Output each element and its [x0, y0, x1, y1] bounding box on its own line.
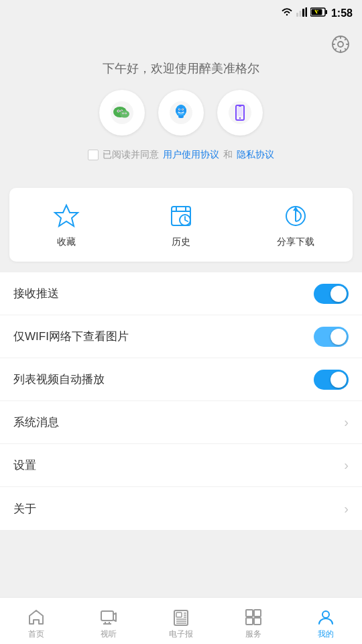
wifi-only-label: 仅WIFI网络下查看图片: [13, 329, 129, 344]
phone-login-button[interactable]: [217, 90, 263, 136]
agreement-row: 已阅读并同意 用户使用协议 和 隐私协议: [13, 149, 349, 161]
nav-profile-label: 我的: [318, 629, 334, 640]
auto-play-toggle[interactable]: [314, 370, 349, 390]
auto-play-label: 列表视频自动播放: [13, 372, 105, 387]
privacy-agreement-link[interactable]: 隐私协议: [237, 149, 274, 161]
push-notification-toggle[interactable]: [314, 284, 349, 304]
wechat-login-button[interactable]: [99, 90, 145, 136]
bottom-nav: 首页 视听 电子报: [0, 597, 362, 644]
share-download-button[interactable]: 分享下载: [238, 201, 353, 248]
svg-point-28: [179, 109, 180, 109]
svg-rect-59: [246, 610, 253, 616]
svg-rect-61: [246, 618, 253, 625]
nav-home-label: 首页: [28, 629, 44, 640]
svg-point-9: [338, 42, 343, 47]
nav-profile[interactable]: 我的: [290, 602, 362, 640]
battery-icon: [310, 7, 328, 19]
wifi-icon: [281, 7, 293, 19]
svg-rect-1: [299, 11, 301, 17]
about-item[interactable]: 关于 ›: [0, 487, 362, 530]
nav-services-label: 服务: [245, 629, 261, 640]
auto-play-toggle-container: [314, 370, 349, 390]
history-label: 历史: [172, 236, 190, 248]
svg-rect-62: [254, 618, 261, 625]
about-chevron: ›: [344, 501, 349, 517]
qq-login-button[interactable]: [158, 90, 204, 136]
auto-play-item[interactable]: 列表视频自动播放: [0, 358, 362, 401]
about-label: 关于: [13, 501, 36, 517]
svg-point-15: [118, 111, 119, 112]
user-agreement-link[interactable]: 用户使用协议: [163, 149, 219, 161]
welcome-text: 下午好，欢迎使用醉美准格尔: [13, 60, 349, 76]
push-notification-toggle-container: [314, 284, 349, 304]
nav-newspaper-label: 电子报: [169, 629, 193, 640]
wifi-only-toggle[interactable]: [314, 327, 349, 347]
svg-point-37: [239, 117, 241, 119]
share-download-label: 分享下载: [277, 236, 314, 248]
login-icons: [13, 90, 349, 136]
svg-point-21: [125, 113, 126, 113]
svg-point-17: [120, 111, 129, 118]
svg-rect-33: [179, 115, 183, 117]
svg-rect-47: [101, 611, 113, 621]
svg-point-29: [182, 109, 183, 109]
svg-rect-60: [254, 610, 261, 616]
svg-point-30: [176, 109, 178, 113]
svg-point-20: [123, 113, 123, 113]
nav-video-label: 视听: [101, 629, 117, 640]
push-notification-label: 接收推送: [13, 286, 59, 301]
nav-newspaper[interactable]: 电子报: [145, 602, 217, 640]
quick-actions-card: 收藏 历史 分享下载: [9, 188, 353, 262]
svg-rect-52: [176, 612, 182, 617]
svg-rect-36: [237, 107, 243, 116]
nav-services[interactable]: 服务: [217, 602, 290, 640]
settings-chevron: ›: [344, 458, 349, 473]
favorites-label: 收藏: [57, 236, 76, 248]
header-section: 下午好，欢迎使用醉美准格尔: [0, 27, 362, 177]
signal-icon: [296, 7, 307, 19]
svg-rect-3: [305, 7, 307, 17]
agreement-text: 已阅读并同意: [103, 149, 159, 161]
system-messages-label: 系统消息: [13, 415, 59, 430]
agreement-checkbox[interactable]: [88, 150, 99, 160]
svg-point-31: [184, 109, 186, 113]
svg-rect-0: [296, 13, 298, 17]
push-notification-item[interactable]: 接收推送: [0, 272, 362, 315]
nav-home[interactable]: 首页: [0, 602, 72, 640]
wifi-only-item[interactable]: 仅WIFI网络下查看图片: [0, 315, 362, 358]
svg-rect-5: [325, 10, 327, 14]
favorites-button[interactable]: 收藏: [9, 201, 124, 248]
nav-video[interactable]: 视听: [72, 602, 145, 640]
settings-item[interactable]: 设置 ›: [0, 444, 362, 487]
svg-rect-38: [239, 106, 241, 107]
agreement-and: 和: [223, 149, 233, 161]
wifi-only-toggle-container: [314, 327, 349, 347]
settings-list: 接收推送 仅WIFI网络下查看图片 列表视频自动播放 系统消息 ›: [0, 272, 362, 530]
system-messages-chevron: ›: [344, 415, 349, 430]
settings-label: 设置: [13, 458, 36, 473]
svg-point-63: [322, 611, 329, 618]
svg-rect-2: [302, 9, 304, 17]
status-bar: 1:58: [0, 0, 362, 27]
history-button[interactable]: 历史: [124, 201, 239, 248]
system-messages-item[interactable]: 系统消息 ›: [0, 401, 362, 444]
gear-icon-button[interactable]: [328, 32, 353, 56]
status-icons: 1:58: [281, 7, 353, 19]
svg-marker-39: [55, 205, 78, 226]
status-time: 1:58: [331, 7, 353, 19]
